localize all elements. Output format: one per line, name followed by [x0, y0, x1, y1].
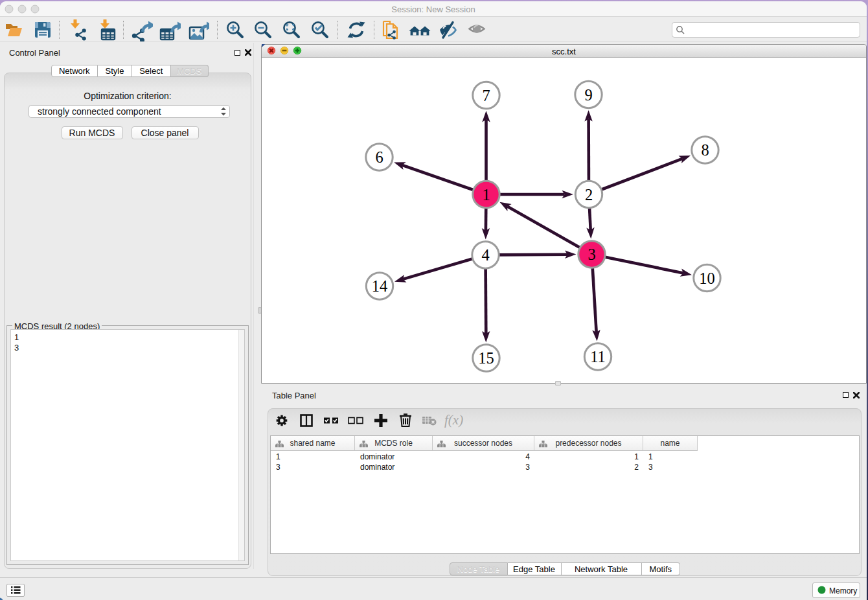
svg-text:3: 3 — [588, 246, 595, 263]
svg-text:7: 7 — [482, 87, 490, 104]
svg-text:8: 8 — [701, 141, 709, 159]
svg-text:2: 2 — [585, 186, 593, 203]
svg-text:11: 11 — [590, 348, 606, 365]
svg-text:1: 1 — [482, 186, 490, 203]
svg-text:14: 14 — [372, 277, 388, 295]
svg-text:9: 9 — [584, 86, 592, 104]
svg-text:10: 10 — [699, 270, 715, 287]
svg-text:15: 15 — [478, 349, 494, 367]
svg-text:6: 6 — [375, 148, 383, 166]
svg-text:4: 4 — [481, 246, 489, 264]
